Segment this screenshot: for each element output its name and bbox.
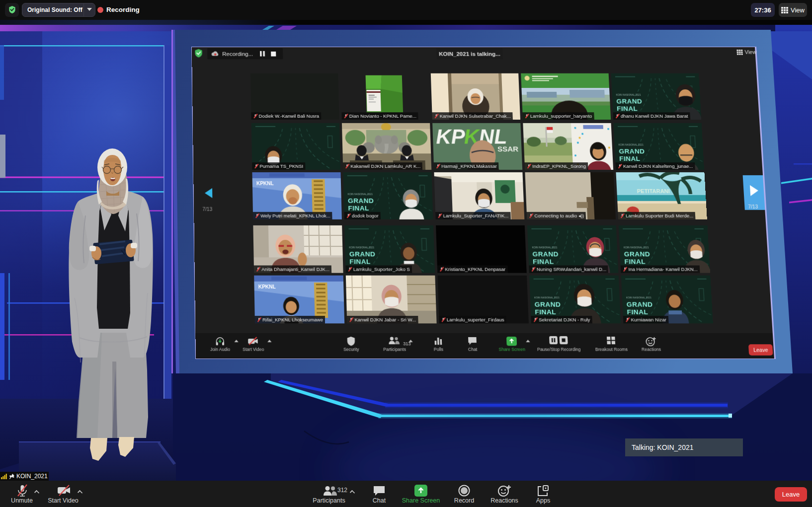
svg-text:KP: KP [435,125,466,148]
svg-text:SSAR: SSAR [497,145,519,153]
svg-text:PETITARANI: PETITARANI [637,188,670,194]
svg-text:KPKNL: KPKNL [258,284,276,290]
